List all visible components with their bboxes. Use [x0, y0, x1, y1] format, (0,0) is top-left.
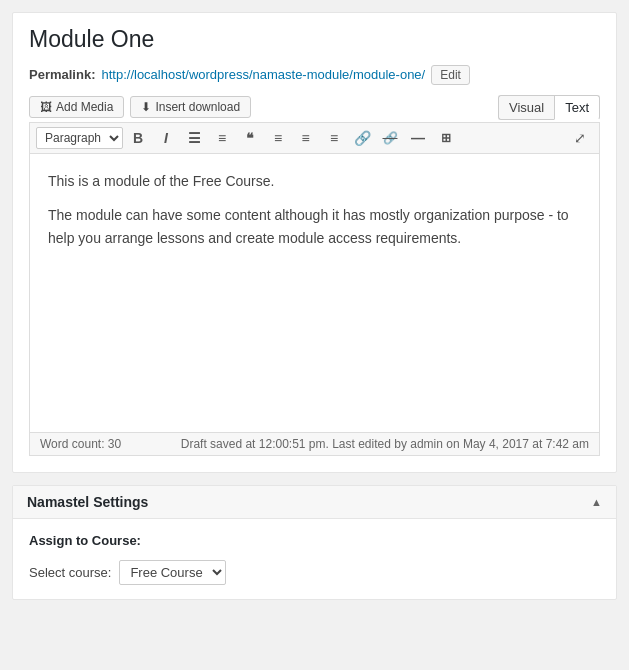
align-center-button[interactable]: ≡: [293, 126, 319, 150]
table-icon: ⊞: [441, 131, 451, 145]
table-button[interactable]: ⊞: [433, 126, 459, 150]
align-center-icon: ≡: [301, 130, 310, 146]
link-icon: 🔗: [354, 130, 371, 146]
align-right-button[interactable]: ≡: [321, 126, 347, 150]
blockquote-icon: ❝: [246, 130, 254, 146]
permalink-label: Permalink:: [29, 67, 95, 82]
blockquote-button[interactable]: ❝: [237, 126, 263, 150]
link-button[interactable]: 🔗: [349, 126, 375, 150]
visual-tab[interactable]: Visual: [498, 95, 554, 120]
unordered-list-button[interactable]: ☰: [181, 126, 207, 150]
editor-card: Module One Permalink: http://localhost/w…: [12, 12, 617, 473]
editor-toolbar-top: Add Media Insert download Visual Text: [29, 95, 600, 120]
align-left-icon: ≡: [274, 130, 282, 146]
download-icon: [141, 100, 151, 114]
bold-icon: B: [133, 130, 143, 146]
media-icon: [40, 100, 52, 114]
chevron-up-icon: [591, 494, 602, 509]
editor-paragraph-1: This is a module of the Free Course.: [48, 170, 581, 192]
page-title: Module One: [29, 25, 600, 55]
text-tab[interactable]: Text: [554, 95, 600, 120]
editor-paragraph-2: The module can have some content althoug…: [48, 204, 581, 249]
insert-download-button[interactable]: Insert download: [130, 96, 251, 118]
assign-label: Assign to Course:: [29, 533, 600, 548]
permalink-link[interactable]: http://localhost/wordpress/namaste-modul…: [101, 67, 425, 82]
settings-header[interactable]: Namastel Settings: [13, 486, 616, 519]
toolbar-left: Add Media Insert download: [29, 96, 251, 118]
insert-download-label: Insert download: [155, 100, 240, 114]
align-right-icon: ≡: [330, 130, 338, 146]
add-media-button[interactable]: Add Media: [29, 96, 124, 118]
paragraph-select[interactable]: Paragraph: [36, 127, 123, 149]
ordered-list-button[interactable]: ≡: [209, 126, 235, 150]
course-select[interactable]: Free Course: [119, 560, 226, 585]
hr-icon: —: [411, 130, 425, 146]
select-course-row: Select course: Free Course: [29, 560, 600, 585]
bold-button[interactable]: B: [125, 126, 151, 150]
align-left-button[interactable]: ≡: [265, 126, 291, 150]
add-media-label: Add Media: [56, 100, 113, 114]
ul-icon: ☰: [188, 130, 201, 146]
permalink-edit-button[interactable]: Edit: [431, 65, 470, 85]
page-wrapper: Module One Permalink: http://localhost/w…: [0, 0, 629, 670]
editor-statusbar: Word count: 30 Draft saved at 12:00:51 p…: [29, 433, 600, 456]
ol-icon: ≡: [218, 130, 226, 146]
hr-button[interactable]: —: [405, 126, 431, 150]
permalink-row: Permalink: http://localhost/wordpress/na…: [29, 65, 600, 85]
draft-info: Draft saved at 12:00:51 pm. Last edited …: [181, 437, 589, 451]
italic-button[interactable]: I: [153, 126, 179, 150]
expand-button[interactable]: ⤢: [567, 126, 593, 150]
settings-card: Namastel Settings Assign to Course: Sele…: [12, 485, 617, 600]
visual-text-tabs: Visual Text: [498, 95, 600, 120]
expand-icon: ⤢: [574, 130, 586, 146]
editor-format-bar: Paragraph B I ☰ ≡ ❝ ≡ ≡: [29, 122, 600, 153]
settings-body: Assign to Course: Select course: Free Co…: [13, 519, 616, 599]
editor-content[interactable]: This is a module of the Free Course. The…: [29, 153, 600, 433]
select-course-label: Select course:: [29, 565, 111, 580]
unlink-icon: 🔗: [383, 131, 398, 145]
italic-icon: I: [164, 130, 168, 146]
word-count: Word count: 30: [40, 437, 121, 451]
settings-title: Namastel Settings: [27, 494, 148, 510]
unlink-button[interactable]: 🔗: [377, 126, 403, 150]
